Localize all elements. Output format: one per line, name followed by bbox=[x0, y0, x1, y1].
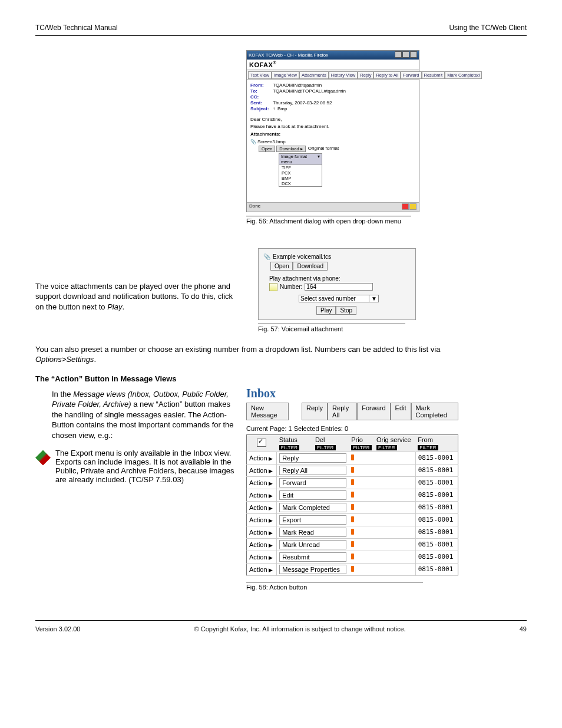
col-del: Del FILTER bbox=[313, 434, 349, 452]
action-menu-item[interactable]: Export bbox=[279, 515, 346, 525]
priority-icon bbox=[351, 504, 354, 510]
action-menu-item[interactable]: Edit bbox=[279, 490, 346, 500]
format-pcx[interactable]: PCX bbox=[279, 170, 322, 176]
action-button[interactable]: Action▶ bbox=[249, 554, 273, 561]
view-tabs: Text View Image View Attachments History… bbox=[247, 70, 419, 80]
body-line2: Please have a look at the attachment. bbox=[250, 124, 415, 129]
action-button[interactable]: Action▶ bbox=[249, 454, 273, 462]
action-menu-item[interactable]: Reply bbox=[279, 453, 346, 463]
tab-attachments[interactable]: Attachments bbox=[299, 71, 329, 79]
action-button[interactable]: Action▶ bbox=[249, 541, 273, 548]
subject-label: Subject: bbox=[250, 106, 270, 111]
inbox-replyall-button[interactable]: Reply All bbox=[328, 403, 357, 420]
open-button[interactable]: Open bbox=[259, 146, 275, 152]
inbox-edit-button[interactable]: Edit bbox=[391, 403, 411, 420]
action-button[interactable]: Action▶ bbox=[249, 492, 273, 499]
from-label: From: bbox=[250, 83, 270, 88]
action-menu-item[interactable]: Reply All bbox=[279, 466, 346, 475]
priority-icon bbox=[351, 454, 354, 460]
inbox-title: Inbox bbox=[246, 387, 458, 400]
table-row: Action▶Edit0815-0001 bbox=[247, 489, 458, 501]
format-dcx[interactable]: DCX bbox=[279, 181, 322, 186]
action-menu-item[interactable]: Forward bbox=[279, 478, 346, 487]
new-message-button[interactable]: New Message bbox=[246, 403, 289, 420]
priority-icon bbox=[351, 554, 354, 559]
to-value: TQAADMIN@TOPCALL#tqaadmin bbox=[273, 88, 346, 94]
sent-label: Sent: bbox=[250, 100, 270, 106]
from-cell: 0815-0001 bbox=[415, 551, 458, 563]
action-menu-item[interactable]: Mark Unread bbox=[279, 540, 346, 549]
inbox-markcompleted-button[interactable]: Mark Completed bbox=[411, 403, 458, 420]
filter-del[interactable]: FILTER bbox=[315, 445, 336, 450]
priority-icon bbox=[351, 541, 354, 547]
resubmit-button[interactable]: Resubmit bbox=[422, 71, 445, 79]
priority-icon bbox=[351, 529, 354, 535]
footer-page: 49 bbox=[520, 625, 527, 633]
action-button[interactable]: Action▶ bbox=[249, 516, 273, 523]
action-menu-item[interactable]: Mark Read bbox=[279, 528, 346, 537]
body-line1: Dear Christine, bbox=[250, 117, 415, 122]
from-cell: 0815-0001 bbox=[415, 452, 458, 464]
forward-button[interactable]: Forward bbox=[401, 71, 422, 79]
action-menu-item[interactable]: Resubmit bbox=[279, 552, 346, 562]
saved-number-select[interactable]: Select saved number▼ bbox=[299, 295, 379, 302]
tab-text-view[interactable]: Text View bbox=[248, 71, 272, 79]
original-format-label: Original format bbox=[308, 146, 339, 151]
reply-button[interactable]: Reply bbox=[358, 71, 373, 79]
inbox-figure: Inbox New Message Reply Reply All Forwar… bbox=[246, 387, 458, 591]
action-button[interactable]: Action▶ bbox=[249, 566, 273, 573]
section-action-button: The “Action” Button in Message Views bbox=[35, 374, 527, 383]
status-icons bbox=[401, 203, 416, 211]
preset-para: You can also preset a number or choose a… bbox=[35, 344, 448, 365]
from-cell: 0815-0001 bbox=[415, 513, 458, 526]
image-format-menu[interactable]: Image format menu▾ TIFF PCX BMP DCX bbox=[279, 153, 322, 187]
select-all-checkbox[interactable] bbox=[257, 439, 266, 447]
subject-value: Bmp bbox=[277, 106, 287, 111]
fig56-caption: Fig. 56: Attachment dialog with open dro… bbox=[246, 218, 527, 225]
action-menu-item[interactable]: Mark Completed bbox=[279, 503, 346, 512]
format-tiff[interactable]: TIFF bbox=[279, 165, 322, 170]
number-label: Number: bbox=[280, 284, 302, 290]
action-button[interactable]: Action▶ bbox=[249, 479, 273, 486]
tab-history-view[interactable]: History View bbox=[329, 71, 358, 79]
table-row: Action▶Reply0815-0001 bbox=[247, 452, 458, 464]
header-rule bbox=[35, 35, 527, 36]
voicemail-name: Example voicemail.tcs bbox=[273, 253, 331, 260]
sent-value: Thursday, 2007-03-22 08:52 bbox=[273, 100, 332, 106]
play-button[interactable]: Play bbox=[316, 306, 336, 315]
download-button[interactable]: Download ▸ bbox=[276, 146, 305, 152]
inbox-forward-button[interactable]: Forward bbox=[357, 403, 390, 420]
format-bmp[interactable]: BMP bbox=[279, 176, 322, 181]
status-text: Done bbox=[249, 203, 260, 211]
footer-copyright: © Copyright Kofax, Inc. All information … bbox=[80, 625, 519, 633]
footer-version: Version 3.02.00 bbox=[35, 625, 80, 633]
inbox-reply-button[interactable]: Reply bbox=[302, 403, 328, 420]
paperclip-icon: 📎 bbox=[250, 139, 256, 144]
window-buttons[interactable] bbox=[394, 51, 417, 59]
tab-image-view[interactable]: Image View bbox=[272, 71, 299, 79]
filter-prio[interactable]: FILTER bbox=[351, 445, 372, 450]
action-menu-item[interactable]: Message Properties bbox=[279, 565, 346, 574]
number-input[interactable] bbox=[305, 283, 373, 291]
filter-orig[interactable]: FILTER bbox=[376, 445, 397, 450]
mark-completed-button[interactable]: Mark Completed bbox=[445, 71, 482, 79]
from-cell: 0815-0001 bbox=[415, 476, 458, 489]
from-cell: 0815-0001 bbox=[415, 538, 458, 551]
action-button[interactable]: Action▶ bbox=[249, 529, 273, 536]
action-button[interactable]: Action▶ bbox=[249, 504, 273, 511]
header-right: Using the TC/Web Client bbox=[449, 24, 527, 32]
reply-all-button[interactable]: Reply to All bbox=[373, 71, 401, 79]
note-icon bbox=[35, 450, 51, 465]
footer-rule bbox=[35, 620, 527, 621]
table-row: Action▶Resubmit0815-0001 bbox=[247, 551, 458, 563]
header-left: TC/Web Technical Manual bbox=[35, 24, 118, 32]
filter-from[interactable]: FILTER bbox=[418, 445, 438, 450]
phone-icon bbox=[269, 283, 277, 291]
cc-label: CC: bbox=[250, 94, 270, 100]
action-button[interactable]: Action▶ bbox=[249, 467, 273, 474]
stop-button[interactable]: Stop bbox=[336, 306, 356, 315]
filter-status[interactable]: FILTER bbox=[279, 445, 300, 450]
vm-download-button[interactable]: Download bbox=[293, 262, 327, 271]
vm-open-button[interactable]: Open bbox=[270, 262, 293, 271]
priority-icon bbox=[351, 467, 354, 473]
